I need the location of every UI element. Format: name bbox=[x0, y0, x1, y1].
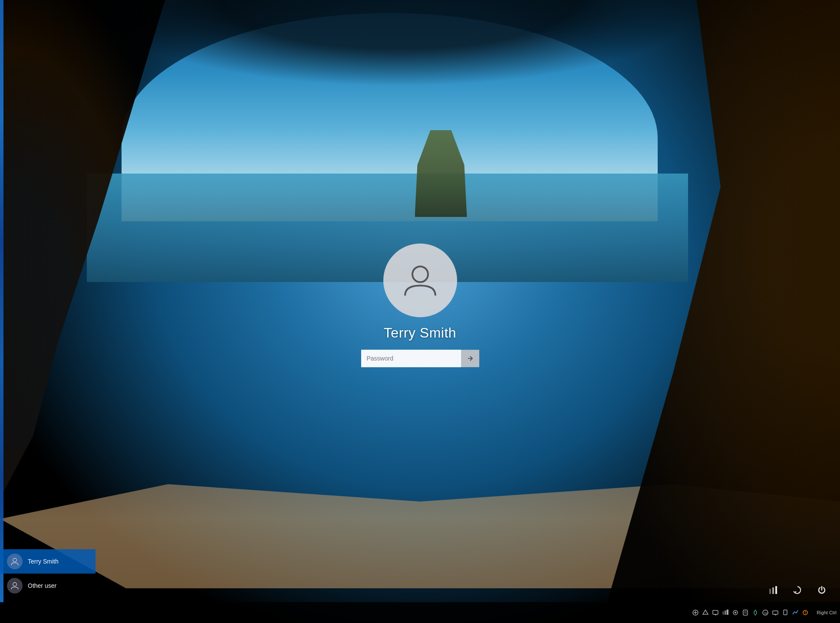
tray-icon-4[interactable] bbox=[721, 608, 730, 617]
user-name-other: Other user bbox=[28, 582, 56, 589]
svg-rect-13 bbox=[725, 610, 726, 615]
svg-rect-24 bbox=[784, 610, 787, 615]
tray-icon-5[interactable] bbox=[731, 608, 740, 617]
svg-rect-22 bbox=[773, 611, 778, 614]
login-panel: Terry Smith bbox=[361, 243, 479, 367]
user-panel: Terry Smith Other user bbox=[0, 549, 96, 598]
user-avatar-small-other bbox=[7, 578, 23, 593]
user-avatar-icon-other bbox=[10, 581, 20, 590]
tray-icon-1[interactable] bbox=[691, 608, 700, 617]
accessibility-icon-button[interactable] bbox=[790, 582, 805, 598]
svg-rect-3 bbox=[769, 589, 771, 594]
svg-rect-17 bbox=[743, 610, 748, 615]
password-input[interactable] bbox=[361, 350, 461, 367]
svg-rect-4 bbox=[772, 587, 774, 594]
power-icon-button[interactable] bbox=[814, 582, 830, 598]
tray-icon-3[interactable] bbox=[711, 608, 720, 617]
tray-icon-10[interactable] bbox=[781, 608, 790, 617]
left-taskbar-strip bbox=[0, 0, 3, 602]
right-ctrl-label: Right Ctrl bbox=[817, 610, 837, 615]
user-name-terry: Terry Smith bbox=[28, 558, 59, 565]
login-username: Terry Smith bbox=[384, 325, 456, 341]
power-icon bbox=[817, 585, 827, 595]
svg-rect-5 bbox=[775, 586, 777, 594]
svg-rect-14 bbox=[727, 610, 728, 615]
svg-text:W: W bbox=[764, 611, 768, 615]
tray-icon-6[interactable] bbox=[741, 608, 750, 617]
svg-rect-12 bbox=[722, 611, 724, 615]
user-item-terry-smith[interactable]: Terry Smith bbox=[0, 549, 96, 574]
svg-point-0 bbox=[412, 266, 428, 282]
tray-icon-2[interactable] bbox=[701, 608, 710, 617]
taskbar: W Right Ctrl bbox=[0, 602, 840, 623]
cave-top-arch bbox=[87, 0, 710, 87]
svg-point-16 bbox=[735, 612, 736, 613]
password-submit-button[interactable] bbox=[461, 350, 479, 367]
accessibility-icon bbox=[793, 585, 802, 595]
user-item-other[interactable]: Other user bbox=[0, 574, 96, 598]
system-tray: W bbox=[688, 608, 813, 617]
tray-icon-8[interactable]: W bbox=[761, 608, 770, 617]
user-avatar-small-terry bbox=[7, 554, 23, 569]
svg-marker-9 bbox=[703, 610, 708, 614]
network-icon-button[interactable] bbox=[765, 582, 781, 598]
svg-point-1 bbox=[13, 558, 17, 562]
tray-icon-12[interactable] bbox=[801, 608, 810, 617]
password-row bbox=[361, 350, 479, 367]
system-controls bbox=[765, 582, 830, 598]
svg-point-28 bbox=[805, 613, 806, 614]
network-icon bbox=[768, 585, 778, 595]
user-avatar-icon-terry bbox=[10, 557, 20, 566]
svg-point-2 bbox=[13, 583, 17, 587]
avatar-icon bbox=[399, 259, 442, 302]
svg-rect-10 bbox=[713, 610, 718, 614]
tray-icon-7[interactable] bbox=[751, 608, 760, 617]
tray-icon-9[interactable] bbox=[771, 608, 780, 617]
user-avatar bbox=[383, 243, 457, 317]
arrow-right-icon bbox=[466, 354, 474, 362]
tray-icon-11[interactable] bbox=[791, 608, 800, 617]
